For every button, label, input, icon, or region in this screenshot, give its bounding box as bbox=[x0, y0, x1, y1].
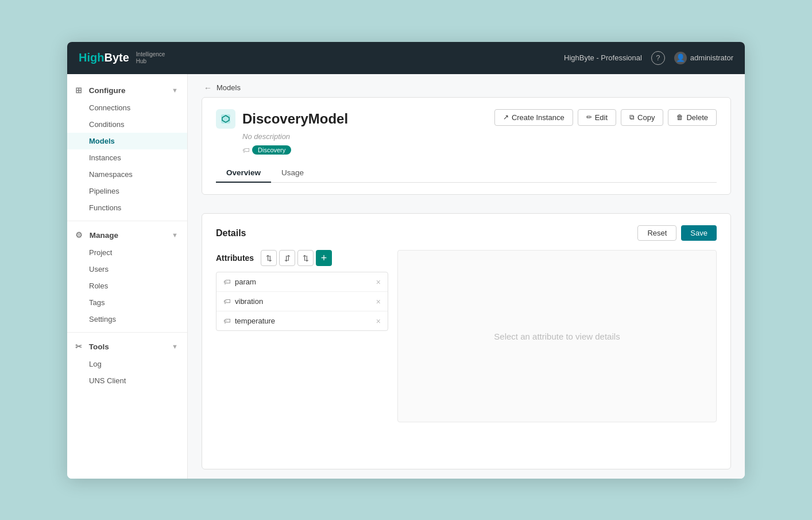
configure-chevron: ▼ bbox=[172, 87, 178, 94]
details-card: Details Reset Save Attributes ⇅ ⇵ ⇅ bbox=[202, 213, 731, 469]
save-button[interactable]: Save bbox=[681, 225, 717, 241]
edit-icon: ✏ bbox=[586, 113, 592, 121]
create-instance-button[interactable]: ↗ Create Instance bbox=[494, 109, 573, 126]
sidebar-item-connections[interactable]: Connections bbox=[67, 99, 187, 116]
user-icon: 👤 bbox=[674, 52, 687, 64]
tag-chip: Discovery bbox=[252, 145, 291, 155]
sidebar-item-project[interactable]: Project bbox=[67, 244, 187, 261]
reset-button[interactable]: Reset bbox=[637, 225, 676, 241]
details-actions: Reset Save bbox=[637, 225, 717, 241]
attr-name-param: param bbox=[235, 278, 256, 286]
sidebar-divider-2 bbox=[67, 332, 187, 333]
logo-subtitle: Intelligence Hub bbox=[136, 51, 165, 65]
username-label: administrator bbox=[690, 53, 733, 62]
attr-item-temperature[interactable]: 🏷 temperature × bbox=[216, 311, 388, 330]
sidebar-item-settings[interactable]: Settings bbox=[67, 311, 187, 328]
tools-chevron: ▼ bbox=[172, 343, 178, 350]
model-card: DiscoveryModel ↗ Create Instance ✏ Edit … bbox=[202, 97, 731, 195]
sidebar-item-pipelines[interactable]: Pipelines bbox=[67, 183, 187, 199]
breadcrumb-arrow: ← bbox=[204, 83, 212, 93]
sidebar-item-namespaces[interactable]: Namespaces bbox=[67, 166, 187, 183]
tag-badge-area: 🏷 Discovery bbox=[242, 145, 291, 155]
tools-section-header[interactable]: ✂ Tools ▼ bbox=[67, 337, 187, 356]
attr-reorder-button[interactable]: ⇅ bbox=[297, 250, 314, 266]
attributes-label: Attributes bbox=[216, 253, 254, 263]
breadcrumb-label[interactable]: Models bbox=[216, 83, 241, 92]
sidebar-item-models[interactable]: Models bbox=[67, 133, 187, 149]
help-button[interactable]: ? bbox=[651, 51, 665, 65]
sidebar-item-functions[interactable]: Functions bbox=[67, 199, 187, 216]
attr-remove-vibration[interactable]: × bbox=[376, 298, 381, 306]
edit-button[interactable]: ✏ Edit bbox=[578, 109, 616, 126]
attr-list: 🏷 param × 🏷 vibration × bbox=[216, 272, 388, 331]
configure-label: Configure bbox=[89, 86, 126, 95]
attr-remove-temperature[interactable]: × bbox=[376, 317, 381, 325]
attributes-toolbar: Attributes ⇅ ⇵ ⇅ + bbox=[216, 250, 388, 266]
manage-section: ⚙ Manage ▼ Project Users Roles Tags bbox=[67, 226, 187, 328]
attr-split-button[interactable]: ⇅ bbox=[261, 250, 277, 266]
copy-icon: ⧉ bbox=[629, 113, 635, 121]
model-header: DiscoveryModel ↗ Create Instance ✏ Edit … bbox=[216, 109, 717, 129]
attr-item-left-temperature: 🏷 temperature bbox=[223, 317, 275, 325]
sidebar-item-conditions[interactable]: Conditions bbox=[67, 116, 187, 133]
attr-item-vibration[interactable]: 🏷 vibration × bbox=[216, 292, 388, 311]
header-right: HighByte - Professional ? 👤 administrato… bbox=[564, 51, 733, 65]
delete-button[interactable]: 🗑 Delete bbox=[668, 109, 717, 126]
attr-tag-icon-temperature: 🏷 bbox=[223, 317, 231, 325]
user-menu[interactable]: 👤 administrator bbox=[674, 52, 733, 64]
main-content: ← Models DiscoveryModel bbox=[188, 74, 745, 479]
attr-empty-message: Select an attribute to view details bbox=[494, 332, 620, 341]
model-icon bbox=[216, 109, 235, 129]
product-label: HighByte - Professional bbox=[564, 53, 642, 62]
sidebar: ⊞ Configure ▼ Connections Conditions Mod… bbox=[67, 74, 188, 479]
configure-section: ⊞ Configure ▼ Connections Conditions Mod… bbox=[67, 81, 187, 216]
manage-label: Manage bbox=[90, 231, 118, 240]
model-actions: ↗ Create Instance ✏ Edit ⧉ Copy 🗑 bbox=[494, 109, 717, 126]
tools-label: Tools bbox=[89, 342, 109, 351]
header: HighByte Intelligence Hub HighByte - Pro… bbox=[67, 42, 745, 74]
details-title: Details bbox=[216, 228, 246, 238]
model-name: DiscoveryModel bbox=[242, 111, 348, 127]
tools-section: ✂ Tools ▼ Log UNS Client bbox=[67, 337, 187, 389]
sidebar-item-log[interactable]: Log bbox=[67, 356, 187, 372]
attr-add-button[interactable]: + bbox=[316, 250, 332, 266]
tab-overview[interactable]: Overview bbox=[216, 164, 271, 183]
attr-tag-icon-param: 🏷 bbox=[223, 278, 231, 286]
create-instance-icon: ↗ bbox=[503, 113, 509, 121]
attributes-section: Attributes ⇅ ⇵ ⇅ + 🏷 param bbox=[216, 250, 717, 422]
sidebar-item-tags[interactable]: Tags bbox=[67, 294, 187, 311]
body: ⊞ Configure ▼ Connections Conditions Mod… bbox=[67, 74, 745, 479]
attr-tag-icon-vibration: 🏷 bbox=[223, 297, 231, 306]
tabs-bar: Overview Usage bbox=[216, 164, 717, 183]
breadcrumb: ← Models bbox=[188, 74, 745, 97]
manage-icon: ⚙ bbox=[75, 230, 83, 240]
sidebar-item-instances[interactable]: Instances bbox=[67, 149, 187, 166]
tab-usage[interactable]: Usage bbox=[271, 164, 314, 183]
attr-item-left-param: 🏷 param bbox=[223, 278, 256, 286]
attr-item-param[interactable]: 🏷 param × bbox=[216, 272, 388, 292]
logo: HighByte Intelligence Hub bbox=[79, 51, 165, 65]
sidebar-item-users[interactable]: Users bbox=[67, 261, 187, 278]
attr-name-temperature: temperature bbox=[235, 317, 275, 325]
model-description: No description bbox=[242, 132, 717, 141]
configure-section-header[interactable]: ⊞ Configure ▼ bbox=[67, 81, 187, 99]
sidebar-item-roles[interactable]: Roles bbox=[67, 278, 187, 294]
model-title-area: DiscoveryModel bbox=[216, 109, 348, 129]
configure-icon: ⊞ bbox=[75, 86, 82, 95]
tools-icon: ✂ bbox=[75, 342, 82, 351]
delete-icon: 🗑 bbox=[676, 113, 683, 121]
attributes-panel: Attributes ⇅ ⇵ ⇅ + 🏷 param bbox=[216, 250, 388, 422]
attr-remove-param[interactable]: × bbox=[376, 278, 381, 286]
manage-section-header[interactable]: ⚙ Manage ▼ bbox=[67, 226, 187, 244]
logo-text: HighByte bbox=[79, 51, 129, 64]
copy-button[interactable]: ⧉ Copy bbox=[621, 109, 663, 126]
sidebar-item-uns-client[interactable]: UNS Client bbox=[67, 372, 187, 389]
details-header: Details Reset Save bbox=[216, 225, 717, 241]
manage-chevron: ▼ bbox=[172, 232, 178, 238]
attr-detail-panel: Select an attribute to view details bbox=[397, 250, 717, 422]
sidebar-divider-1 bbox=[67, 221, 187, 221]
attr-item-left-vibration: 🏷 vibration bbox=[223, 297, 263, 306]
attr-name-vibration: vibration bbox=[235, 297, 263, 306]
attr-sort-button[interactable]: ⇵ bbox=[279, 250, 295, 266]
tag-icon: 🏷 bbox=[242, 146, 250, 155]
